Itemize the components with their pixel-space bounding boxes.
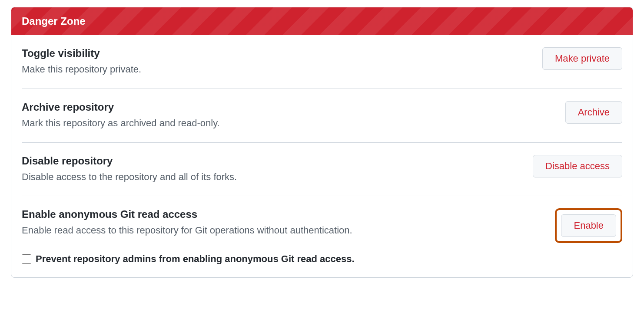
- prevent-admins-row: Prevent repository admins from enabling …: [22, 253, 622, 265]
- danger-item-text: Toggle visibility Make this repository p…: [22, 47, 542, 76]
- danger-item-archive: Archive repository Mark this repository …: [22, 89, 622, 143]
- danger-item-anonymous: Enable anonymous Git read access Enable …: [22, 196, 622, 277]
- danger-item-desc: Make this repository private.: [22, 63, 532, 76]
- danger-item-desc: Mark this repository as archived and rea…: [22, 117, 555, 130]
- danger-item-text: Disable repository Disable access to the…: [22, 155, 533, 184]
- disable-access-button[interactable]: Disable access: [533, 155, 622, 177]
- prevent-admins-checkbox[interactable]: [22, 254, 31, 264]
- danger-item-title: Toggle visibility: [22, 47, 532, 59]
- danger-item-desc: Disable access to the repository and all…: [22, 171, 522, 184]
- danger-item-text: Enable anonymous Git read access Enable …: [22, 208, 555, 237]
- enable-button-highlight: Enable: [555, 208, 622, 243]
- danger-zone-list: Toggle visibility Make this repository p…: [11, 35, 633, 277]
- danger-zone-header: Danger Zone: [11, 7, 633, 35]
- danger-item-visibility: Toggle visibility Make this repository p…: [22, 35, 622, 89]
- danger-item-text: Archive repository Mark this repository …: [22, 101, 565, 130]
- danger-item-disable: Disable repository Disable access to the…: [22, 143, 622, 197]
- danger-item-title: Archive repository: [22, 101, 555, 113]
- danger-item-title: Disable repository: [22, 155, 522, 167]
- enable-anonymous-button[interactable]: Enable: [561, 214, 616, 237]
- archive-button[interactable]: Archive: [565, 101, 622, 124]
- make-private-button[interactable]: Make private: [542, 47, 622, 70]
- danger-zone-panel: Danger Zone Toggle visibility Make this …: [11, 7, 633, 278]
- danger-item-title: Enable anonymous Git read access: [22, 208, 544, 220]
- prevent-admins-label[interactable]: Prevent repository admins from enabling …: [36, 253, 355, 265]
- danger-item-desc: Enable read access to this repository fo…: [22, 224, 544, 237]
